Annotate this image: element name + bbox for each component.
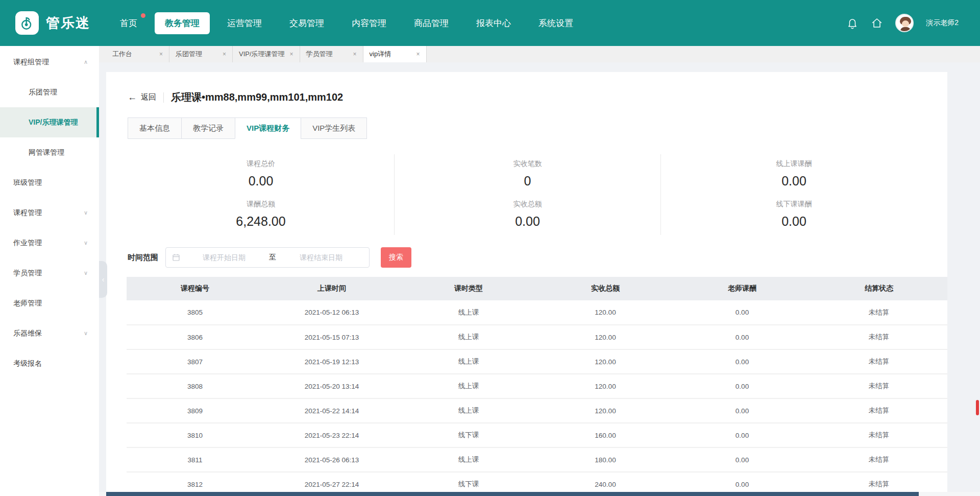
- sidebar-item-label: 课程组管理: [13, 58, 49, 67]
- top-nav-item[interactable]: 系统设置: [528, 12, 583, 34]
- workspace-tab[interactable]: 学员管理 ×: [300, 46, 363, 62]
- top-nav-item[interactable]: 内容管理: [341, 12, 397, 34]
- workspace-tab-label: 乐团管理: [176, 50, 202, 59]
- cell-class-time: 2021-05-22 14:14: [263, 398, 400, 423]
- close-icon[interactable]: ×: [353, 51, 357, 58]
- cell-course-id: 3809: [127, 398, 263, 423]
- bell-icon[interactable]: [846, 17, 859, 29]
- cell-amount: 160.00: [537, 423, 674, 447]
- cell-teacher-salary: 0.00: [674, 398, 811, 423]
- cell-teacher-salary: 0.00: [674, 349, 811, 374]
- sidebar-item[interactable]: 考级报名: [0, 348, 99, 379]
- stat-label: 实收总额: [395, 200, 660, 209]
- workspace-tab[interactable]: 乐团管理 ×: [169, 46, 233, 62]
- table-row[interactable]: 3810 2021-05-23 22:14 线下课 160.00 0.00 未结…: [127, 423, 947, 447]
- range-separator: 至: [266, 253, 279, 262]
- table-row[interactable]: 3811 2021-05-26 06:13 线上课 180.00 0.00 未结…: [127, 447, 947, 472]
- user-name[interactable]: 演示老师2: [926, 18, 959, 28]
- cell-class-time: 2021-05-12 06:13: [263, 300, 400, 325]
- table-row[interactable]: 3807 2021-05-19 12:13 线上课 120.00 0.00 未结…: [127, 349, 947, 374]
- user-avatar[interactable]: [895, 14, 914, 32]
- sidebar-item[interactable]: 班级管理: [0, 168, 99, 198]
- workspace-tab[interactable]: VIP/乐理课管理 ×: [233, 46, 300, 62]
- table-row[interactable]: 3805 2021-05-12 06:13 线上课 120.00 0.00 未结…: [127, 300, 947, 325]
- cell-settle-status: 未结算: [811, 423, 947, 447]
- vertical-scrollbar-thumb[interactable]: [976, 400, 979, 415]
- cell-amount: 120.00: [537, 300, 674, 325]
- search-button[interactable]: 搜索: [381, 247, 411, 268]
- sidebar-item[interactable]: 学员管理 ∨: [0, 258, 99, 288]
- table-row[interactable]: 3806 2021-05-15 07:13 线上课 120.00 0.00 未结…: [127, 325, 947, 349]
- top-nav-item[interactable]: 首页: [110, 12, 148, 34]
- stat-value: 0.00: [661, 174, 927, 188]
- table-row[interactable]: 3809 2021-05-22 14:14 线上课 120.00 0.00 未结…: [127, 398, 947, 423]
- stat-cell: 课程总价 0.00: [128, 154, 394, 195]
- brand-name: 管乐迷: [46, 14, 90, 32]
- close-icon[interactable]: ×: [159, 51, 163, 58]
- top-nav-item[interactable]: 运营管理: [217, 12, 272, 34]
- sidebar-item-label: 乐器维保: [13, 329, 42, 338]
- cell-class-type: 线上课: [400, 447, 537, 472]
- table-header-cell: 实收总额: [537, 277, 674, 300]
- stat-cell: 实收笔数 0: [394, 154, 660, 195]
- stat-cell: 实收总额 0.00: [394, 195, 660, 235]
- sidebar-item[interactable]: 乐器维保 ∨: [0, 318, 99, 348]
- sidebar-item[interactable]: 网管课管理: [0, 137, 99, 168]
- sidebar-item-label: 乐团管理: [29, 88, 57, 97]
- back-button[interactable]: ← 返回: [128, 92, 156, 103]
- cell-class-type: 线上课: [400, 300, 537, 325]
- top-nav-item[interactable]: 商品管理: [404, 12, 459, 34]
- top-nav-item[interactable]: 教务管理: [155, 12, 210, 34]
- date-range-picker[interactable]: 至: [165, 247, 370, 268]
- workspace-tab-label: VIP/乐理课管理: [239, 50, 285, 59]
- home-icon[interactable]: [871, 17, 883, 29]
- cell-class-type: 线上课: [400, 349, 537, 374]
- sidebar-item-label: 班级管理: [13, 178, 42, 187]
- detail-tabs: 基本信息 教学记录 VIP课程财务 VIP学生列表: [128, 117, 947, 139]
- sidebar-item-label: 老师管理: [13, 299, 42, 308]
- detail-tab[interactable]: 基本信息: [128, 117, 182, 139]
- table-header-cell: 结算状态: [811, 277, 947, 300]
- sidebar-item[interactable]: 乐团管理: [0, 77, 99, 107]
- end-date-input[interactable]: [279, 253, 363, 262]
- stat-value: 0.00: [661, 214, 927, 229]
- stat-value: 6,248.00: [128, 214, 394, 229]
- sidebar-item[interactable]: 老师管理: [0, 288, 99, 318]
- sidebar-item[interactable]: 课程组管理 ∧: [0, 47, 99, 77]
- sidebar-item[interactable]: 作业管理 ∨: [0, 228, 99, 258]
- top-nav-item[interactable]: 报表中心: [466, 12, 521, 34]
- close-icon[interactable]: ×: [223, 51, 226, 58]
- cell-teacher-salary: 0.00: [674, 325, 811, 349]
- close-icon[interactable]: ×: [290, 51, 293, 58]
- cell-amount: 120.00: [537, 374, 674, 398]
- top-nav-item[interactable]: 交易管理: [279, 12, 334, 34]
- cell-class-time: 2021-05-15 07:13: [263, 325, 400, 349]
- start-date-input[interactable]: [182, 253, 266, 262]
- calendar-icon: [172, 253, 180, 262]
- detail-tab[interactable]: VIP课程财务: [235, 117, 301, 139]
- cell-settle-status: 未结算: [811, 398, 947, 423]
- detail-tab[interactable]: VIP学生列表: [301, 117, 367, 139]
- cell-teacher-salary: 0.00: [674, 374, 811, 398]
- sidebar-item[interactable]: VIP/乐理课管理: [0, 107, 99, 137]
- stat-label: 线上课课酬: [661, 159, 927, 169]
- close-icon[interactable]: ×: [416, 51, 420, 58]
- table-header-cell: 上课时间: [263, 277, 400, 300]
- cell-settle-status: 未结算: [811, 300, 947, 325]
- table-row[interactable]: 3808 2021-05-20 13:14 线上课 120.00 0.00 未结…: [127, 374, 947, 398]
- horizontal-scrollbar-thumb[interactable]: [106, 492, 919, 496]
- stat-label: 课酬总额: [128, 200, 394, 209]
- workspace-tab[interactable]: vip详情 ×: [363, 46, 427, 62]
- detail-tab[interactable]: 教学记录: [181, 117, 235, 139]
- cell-class-type: 线上课: [400, 325, 537, 349]
- sidebar-item[interactable]: 课程管理 ∨: [0, 198, 99, 228]
- cell-class-time: 2021-05-23 22:14: [263, 423, 400, 447]
- stat-cell: 线下课课酬 0.00: [660, 195, 927, 235]
- workspace-tab[interactable]: 工作台 ×: [106, 46, 169, 62]
- sidebar-item-label: VIP/乐理课管理: [29, 118, 78, 127]
- cell-class-type: 线上课: [400, 374, 537, 398]
- sidebar-item-label: 课程管理: [13, 208, 42, 218]
- chevron-icon: ∨: [84, 330, 88, 337]
- sidebar-collapse-handle[interactable]: ‹: [99, 261, 107, 298]
- app-header: 管乐迷 首页 教务管理 运营管理 交易管理 内容管理: [0, 0, 980, 46]
